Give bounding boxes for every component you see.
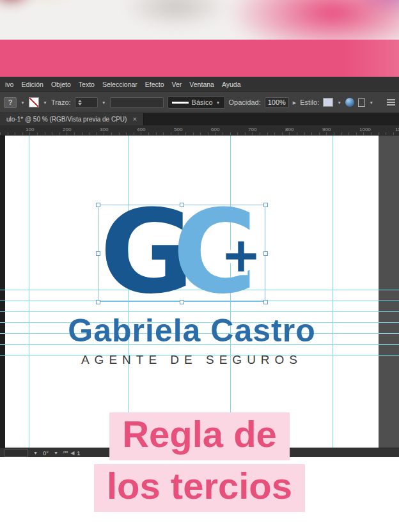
artboard-number: 1 [77, 450, 80, 457]
ruler-tick: 1100 [395, 127, 399, 132]
chevron-down-icon: ▼ [216, 100, 221, 105]
brush-definition-dropdown[interactable]: Básico ▼ [168, 97, 225, 109]
chevron-down-icon[interactable]: ▼ [20, 100, 25, 105]
menu-edicion[interactable]: Edición [17, 81, 47, 88]
menu-seleccionar[interactable]: Seleccionar [98, 81, 141, 88]
control-bar: ? ▼ ▼ Trazo: ▼ Básico ▼ Opacidad: 100% ▶… [0, 91, 399, 113]
rotation-value: 0° [43, 450, 49, 457]
vertical-guide[interactable] [29, 136, 29, 448]
chevron-down-icon[interactable]: ▼ [102, 100, 106, 105]
ruler-tick: 800 [285, 127, 293, 132]
ruler-tick: 600 [211, 127, 219, 132]
horizontal-ruler: 100 200 300 400 500 600 700 800 900 1000… [0, 125, 399, 136]
selection-handle[interactable] [263, 251, 268, 256]
chevron-down-icon[interactable]: ▼ [54, 451, 58, 455]
selection-handle[interactable] [180, 203, 184, 207]
ruler-tick: 100 [26, 127, 34, 132]
zoom-field[interactable] [4, 450, 28, 457]
fill-help-button[interactable]: ? [4, 97, 17, 108]
menu-bar: ivo Edición Objeto Texto Seleccionar Efe… [0, 77, 399, 91]
ruler-tick: 200 [63, 127, 71, 132]
ruler-tick: 400 [137, 127, 145, 132]
brush-name: Básico [192, 98, 213, 106]
vertical-guide[interactable] [332, 136, 333, 448]
previous-artboard-icon[interactable]: ◀ [70, 450, 74, 456]
selection-handle[interactable] [96, 300, 100, 304]
menu-ver[interactable]: Ver [168, 81, 186, 88]
document-tab-title: ulo-1* @ 50 % (RGB/Vista previa de CPU) [6, 116, 127, 123]
video-frame: ivo Edición Objeto Texto Seleccionar Efe… [0, 0, 399, 532]
document-setup-icon[interactable] [358, 98, 365, 107]
menu-objeto[interactable]: Objeto [47, 81, 75, 88]
chevron-right-icon[interactable]: ▶ [293, 100, 296, 105]
pink-band [0, 40, 399, 77]
selection-bounding-box[interactable] [98, 205, 265, 302]
fill-none-swatch[interactable] [29, 97, 39, 107]
selection-handle[interactable] [263, 203, 268, 207]
blurred-blobs [0, 0, 399, 40]
brand-tagline-text[interactable]: AGENTE DE SEGUROS [5, 353, 379, 367]
menu-texto[interactable]: Texto [75, 81, 98, 88]
canvas-area[interactable]: GC Gabriela Castro AGENTE DE SEGUROS [0, 136, 399, 448]
tools-panel-edge [0, 136, 5, 448]
selection-handle[interactable] [180, 300, 184, 304]
ruler-tick: 300 [100, 127, 108, 132]
graphic-style-swatch[interactable] [323, 98, 333, 107]
menu-efecto[interactable]: Efecto [141, 81, 168, 88]
stroke-label: Trazo: [51, 98, 71, 106]
panel-menu-icon[interactable] [387, 99, 395, 106]
menu-ayuda[interactable]: Ayuda [218, 81, 245, 88]
selection-handle[interactable] [96, 251, 100, 256]
document-tab[interactable]: ulo-1* @ 50 % (RGB/Vista previa de CPU) … [0, 113, 144, 125]
ruler-tick: 700 [248, 127, 256, 132]
stroke-weight-stepper[interactable] [75, 97, 98, 108]
document-tab-bar: ulo-1* @ 50 % (RGB/Vista previa de CPU) … [0, 113, 399, 125]
chevron-down-icon[interactable]: ▼ [337, 100, 341, 105]
illustrator-window: ivo Edición Objeto Texto Seleccionar Efe… [0, 77, 399, 457]
style-label: Estilo: [300, 98, 319, 106]
ruler-tick: 1000 [359, 127, 371, 132]
chevron-down-icon[interactable]: ▼ [33, 451, 38, 455]
menu-archivo[interactable]: ivo [1, 81, 17, 88]
selection-handle[interactable] [263, 300, 268, 304]
variable-width-dropdown[interactable] [110, 97, 164, 108]
close-icon[interactable]: × [132, 116, 136, 123]
globe-icon[interactable] [345, 98, 354, 107]
blurred-header-image [0, 0, 399, 40]
selection-handle[interactable] [96, 203, 100, 207]
ruler-tick: 900 [322, 127, 331, 132]
caption-line-1: Regla de [109, 412, 290, 460]
caption-line-2: los tercios [94, 464, 305, 512]
chevron-down-icon[interactable]: ▼ [43, 100, 47, 105]
brand-name-text[interactable]: Gabriela Castro [5, 312, 379, 349]
opacity-value-field[interactable]: 100% [265, 97, 289, 108]
opacity-label: Opacidad: [229, 98, 261, 106]
ruler-tick: 500 [174, 127, 182, 132]
stroke-preview-line [172, 102, 189, 104]
chevron-down-icon[interactable]: ▼ [369, 100, 373, 105]
first-artboard-icon[interactable]: ⏮ [63, 450, 68, 456]
menu-ventana[interactable]: Ventana [185, 81, 218, 88]
